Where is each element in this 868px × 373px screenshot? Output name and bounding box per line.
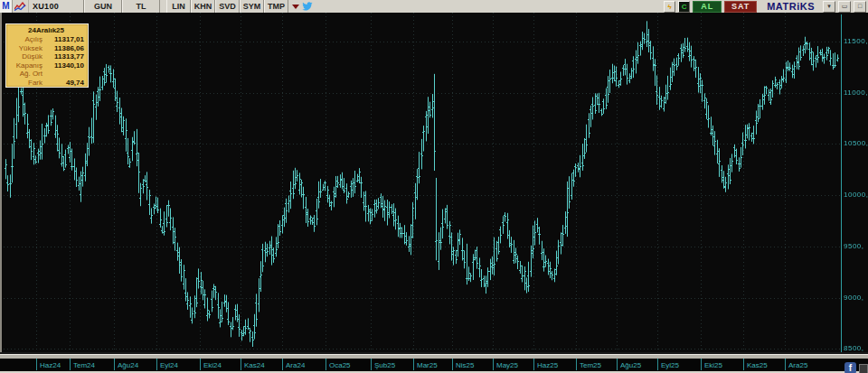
y-axis-label: 9000,: [844, 294, 864, 302]
x-axis-month-label: Haz25: [537, 361, 558, 369]
x-axis-tick: [452, 359, 453, 370]
toolbar-left-group: M XU100 GUN TL LIN KHN SVD SYM TMP: [0, 0, 313, 13]
x-axis-month-label: Oca25: [329, 361, 351, 369]
quote-row-value: [42, 70, 84, 79]
quote-row: Açılış11317,01: [8, 35, 84, 44]
y-axis-label: 11500,: [844, 37, 868, 45]
x-axis-tick: [282, 359, 283, 370]
quote-row-label: Ağ. Ort: [8, 70, 42, 79]
buy-button[interactable]: AL: [693, 1, 722, 13]
x-axis-month-label: Ara25: [788, 361, 807, 369]
x-axis-tick: [493, 359, 494, 370]
x-axis-month-label: Kas24: [244, 361, 265, 369]
x-axis-month-label: Kas25: [747, 361, 768, 369]
quote-row-label: Düşük: [8, 52, 42, 61]
quote-info-box: 24Aralık25 Açılış11317,01Yüksek11386,06D…: [5, 23, 89, 88]
period-button-gun[interactable]: GUN: [84, 0, 122, 13]
x-axis-month-label: Eyl25: [661, 361, 679, 369]
button-sym[interactable]: SYM: [240, 0, 264, 13]
x-axis-tick: [701, 359, 702, 370]
x-axis-strip: Haz24Tem24Ağu24Eyl24Eki24Kas24Ara24Oca25…: [0, 359, 868, 371]
x-axis-tick: [114, 359, 115, 370]
quote-row-value: 11386,06: [42, 44, 84, 53]
quick-trade-bolt-icon[interactable]: ϟ: [664, 1, 675, 13]
x-axis-tick: [36, 359, 37, 370]
chart-area: [0, 13, 868, 352]
matriks-chart-window: M XU100 GUN TL LIN KHN SVD SYM TMP: [0, 0, 868, 373]
x-axis-month-label: Eyl24: [160, 361, 178, 369]
x-axis-tick: [156, 359, 157, 370]
chevron-down-icon[interactable]: [292, 5, 299, 9]
chart-toolbar: M XU100 GUN TL LIN KHN SVD SYM TMP: [0, 0, 868, 14]
x-axis-tick: [785, 359, 786, 370]
quote-date-title: 24Aralık25: [8, 26, 84, 34]
x-axis-tick: [70, 359, 71, 370]
y-axis-label: 11000,: [844, 89, 868, 97]
x-axis-tick: [413, 359, 414, 370]
quote-rows: Açılış11317,01Yüksek11386,06Düşük11313,7…: [8, 35, 84, 87]
y-axis-label: 10000,: [844, 191, 868, 199]
x-axis-month-label: Tem24: [73, 361, 95, 369]
x-axis-month-label: Eki24: [203, 361, 222, 369]
quote-row-value: 49,74: [42, 79, 84, 88]
y-axis-label: 10500,: [844, 139, 868, 147]
quote-row-value: 11340,10: [42, 61, 84, 70]
x-axis-tick: [326, 359, 326, 370]
quote-row: Kapanış11340,10: [8, 61, 84, 70]
facebook-share-icon[interactable]: f: [844, 362, 856, 373]
x-axis-month-label: May25: [496, 361, 518, 369]
quote-row: Düşük11313,77: [8, 52, 84, 61]
x-axis-month-label: Haz24: [40, 361, 61, 369]
x-axis-month-label: Ara24: [286, 361, 305, 369]
twitter-share-icon[interactable]: [302, 0, 313, 13]
x-axis-month-label: Nis25: [456, 361, 474, 369]
quote-row-label: Fark: [8, 79, 42, 88]
quote-row: Yüksek11386,06: [8, 44, 84, 53]
x-axis-tick: [657, 359, 658, 370]
sell-button[interactable]: SAT: [724, 1, 757, 13]
x-axis-month-label: Şub25: [374, 361, 395, 369]
corner-resize-chip: [859, 364, 868, 373]
maximize-icon[interactable]: □: [854, 1, 866, 13]
x-axis-tick: [743, 359, 744, 370]
quote-row: Fark49,74: [8, 79, 84, 88]
x-axis-tick: [371, 359, 372, 370]
quote-row: Ağ. Ort: [8, 70, 84, 79]
x-axis-month-label: Eki25: [704, 361, 722, 369]
price-chart-canvas[interactable]: [0, 13, 868, 352]
button-svd[interactable]: SVD: [215, 0, 240, 13]
x-axis-tick: [533, 359, 534, 370]
button-tmp[interactable]: TMP: [264, 0, 288, 13]
quote-row-label: Yüksek: [8, 44, 42, 53]
x-axis-month-label: Ağu24: [118, 361, 138, 369]
x-axis-tick: [576, 359, 577, 370]
y-axis-label: 9500,: [844, 242, 864, 250]
button-khn[interactable]: KHN: [191, 0, 215, 13]
x-axis-month-label: Ağu25: [620, 361, 641, 369]
quote-row-value: 11313,77: [42, 52, 84, 61]
minimize-icon[interactable]: ▭: [838, 1, 851, 13]
left-window-border: [0, 13, 2, 352]
window-chevron-down-icon[interactable]: ▾: [823, 1, 835, 13]
quote-row-label: Açılış: [8, 35, 42, 44]
toolbar-right-group: ϟ C AL SAT MATRiKS ▾ ▭ □: [664, 0, 868, 13]
x-axis-month-label: Tem25: [580, 361, 601, 369]
refresh-icon[interactable]: C: [678, 1, 690, 13]
x-axis-tick: [241, 359, 241, 370]
x-axis-tick: [200, 359, 201, 370]
matriks-logo: MATRiKS: [760, 1, 820, 12]
quote-row-value: 11317,01: [42, 35, 84, 44]
y-axis-label: 8500,: [844, 344, 864, 352]
scale-button-lin[interactable]: LIN: [166, 0, 191, 13]
symbol-input[interactable]: XU100: [29, 0, 84, 13]
x-axis-month-label: Mar25: [417, 361, 438, 369]
x-axis-tick: [617, 359, 618, 370]
currency-button-tl[interactable]: TL: [122, 0, 160, 13]
matriks-chart-icon: [13, 0, 29, 13]
quote-row-label: Kapanış: [8, 61, 42, 70]
window-menu-icon[interactable]: M: [0, 0, 13, 13]
